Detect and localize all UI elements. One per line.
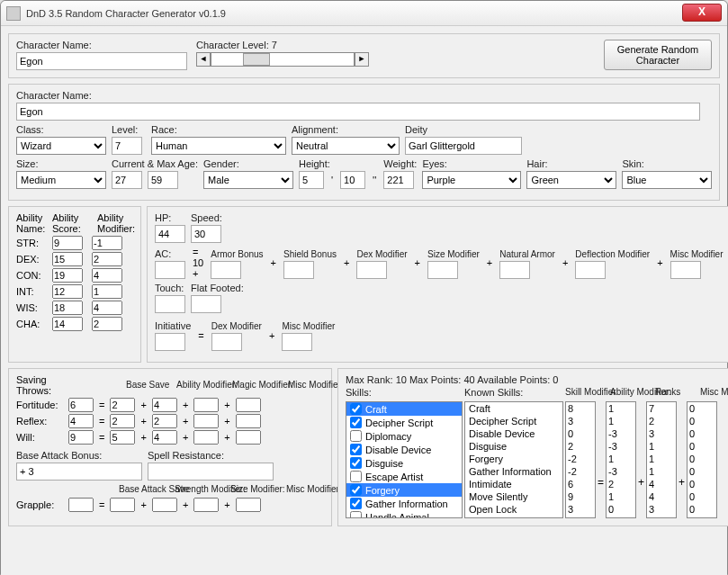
abil-mod-input[interactable]	[92, 268, 122, 283]
size-mod-input[interactable]	[427, 261, 458, 279]
init-dex-input[interactable]	[211, 333, 242, 351]
abil-score-input[interactable]	[52, 284, 83, 299]
will-total[interactable]	[68, 430, 94, 445]
will-base[interactable]	[110, 430, 135, 445]
sr-input[interactable]	[148, 463, 274, 481]
ranks-list[interactable]: 7231114434	[646, 401, 677, 518]
list-item[interactable]: 4	[647, 516, 676, 518]
list-item[interactable]: 0	[566, 427, 595, 440]
grapple-str[interactable]	[152, 498, 177, 512]
skill-checkbox[interactable]	[350, 498, 362, 509]
age-cur-input[interactable]	[112, 171, 142, 189]
skill-checkbox[interactable]	[350, 457, 362, 469]
height-ft-input[interactable]	[299, 171, 324, 189]
slider-right-icon[interactable]: ►	[355, 52, 369, 67]
abil-mod-input[interactable]	[92, 284, 122, 299]
nat-armor-input[interactable]	[499, 261, 530, 279]
list-item[interactable]: Perform	[465, 516, 562, 518]
ref-base[interactable]	[110, 414, 135, 428]
ac-input[interactable]	[155, 261, 185, 279]
dex-mod-input[interactable]	[356, 261, 387, 279]
shield-bonus-input[interactable]	[283, 261, 314, 279]
list-item[interactable]: -3	[607, 465, 635, 478]
init-input[interactable]	[155, 333, 185, 351]
list-item[interactable]: 4	[647, 490, 676, 503]
skills-listbox[interactable]: CraftDecipher ScriptDiplomacyDisable Dev…	[346, 401, 463, 518]
misc-mod-list[interactable]: 0000000000	[687, 401, 717, 518]
list-item[interactable]: 1	[607, 516, 635, 518]
fort-misc[interactable]	[236, 398, 261, 412]
list-item[interactable]: 3	[566, 415, 595, 427]
list-item[interactable]: 0	[688, 503, 716, 516]
init-misc-input[interactable]	[282, 333, 312, 351]
abil-score-input[interactable]	[52, 236, 83, 250]
ref-magic[interactable]	[193, 414, 219, 428]
list-item[interactable]: 0	[688, 415, 716, 427]
abil-mod-input[interactable]	[92, 301, 122, 315]
list-item[interactable]: Craft	[346, 402, 462, 416]
flat-input[interactable]	[191, 295, 221, 313]
abil-score-input[interactable]	[52, 317, 83, 331]
list-item[interactable]: Craft	[465, 402, 562, 415]
char-name-input-2[interactable]	[16, 103, 700, 121]
height-in-input[interactable]	[340, 171, 365, 189]
abil-score-input[interactable]	[52, 252, 83, 266]
list-item[interactable]: Forgery	[465, 453, 562, 465]
skill-checkbox[interactable]	[350, 484, 362, 496]
fort-base[interactable]	[110, 398, 135, 412]
list-item[interactable]: 2	[647, 415, 676, 427]
list-item[interactable]: 0	[688, 516, 716, 518]
fort-total[interactable]	[68, 398, 94, 412]
size-select[interactable]: Medium	[16, 171, 106, 189]
defl-mod-input[interactable]	[575, 261, 606, 279]
race-select[interactable]: Human	[151, 137, 286, 155]
list-item[interactable]: Disable Device	[465, 427, 562, 440]
list-item[interactable]: 5	[566, 516, 595, 518]
list-item[interactable]: 6	[566, 478, 595, 490]
speed-input[interactable]	[191, 225, 221, 243]
abil-mod-input[interactable]	[92, 236, 122, 250]
class-select[interactable]: Wizard	[16, 137, 106, 155]
known-listbox[interactable]: CraftDecipher ScriptDisable DeviceDisgui…	[464, 401, 563, 518]
grapple-siz[interactable]	[193, 498, 219, 512]
ref-misc[interactable]	[236, 414, 261, 428]
list-item[interactable]: 2	[566, 440, 595, 453]
list-item[interactable]: 0	[688, 490, 716, 503]
list-item[interactable]: 1	[607, 402, 635, 415]
list-item[interactable]: Move Silently	[465, 490, 562, 503]
list-item[interactable]: 1	[647, 440, 676, 453]
list-item[interactable]: 3	[566, 503, 595, 516]
slider-thumb[interactable]	[243, 53, 270, 66]
gender-select[interactable]: Male	[203, 171, 293, 189]
list-item[interactable]: 0	[688, 453, 716, 465]
grapple-misc[interactable]	[236, 498, 261, 512]
skill-checkbox[interactable]	[350, 471, 362, 482]
list-item[interactable]: 1	[607, 490, 635, 503]
bab-input[interactable]	[16, 463, 142, 481]
level-input[interactable]	[112, 137, 142, 155]
list-item[interactable]: 0	[688, 402, 716, 415]
ref-total[interactable]	[68, 414, 94, 428]
list-item[interactable]: 1	[607, 453, 635, 465]
ref-abil[interactable]	[152, 414, 177, 428]
list-item[interactable]: 0	[607, 503, 635, 516]
list-item[interactable]: Decipher Script	[346, 416, 462, 429]
list-item[interactable]: Disguise	[346, 456, 462, 470]
skill-checkbox[interactable]	[350, 430, 362, 442]
skill-checkbox[interactable]	[350, 444, 362, 455]
list-item[interactable]: 1	[647, 465, 676, 478]
close-button[interactable]: X	[682, 4, 722, 22]
list-item[interactable]: 8	[566, 402, 595, 415]
list-item[interactable]: -3	[607, 427, 635, 440]
skin-select[interactable]: Blue	[622, 171, 712, 189]
will-misc[interactable]	[236, 430, 261, 445]
grapple-total[interactable]	[68, 498, 94, 512]
grapple-bas[interactable]	[110, 498, 135, 512]
skill-checkbox[interactable]	[350, 511, 362, 518]
hp-input[interactable]	[155, 225, 185, 243]
misc-mod-input[interactable]	[670, 261, 701, 279]
list-item[interactable]: Decipher Script	[465, 415, 562, 427]
eyes-select[interactable]: Purple	[422, 171, 521, 189]
list-item[interactable]: Disable Device	[346, 443, 462, 456]
list-item[interactable]: 3	[647, 427, 676, 440]
